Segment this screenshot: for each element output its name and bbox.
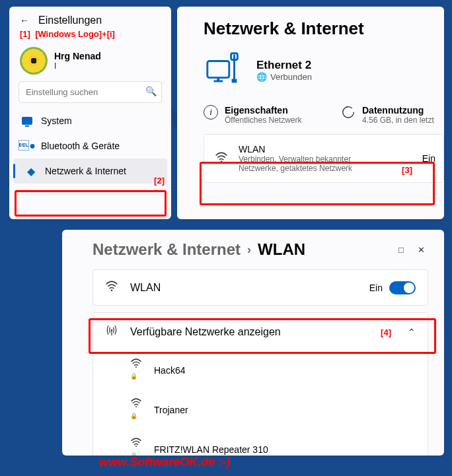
data-usage-label: Datennutzung <box>362 105 434 116</box>
annotation-1: [1] [Windows Logo]+[i] <box>9 29 171 43</box>
network-item[interactable]: 🔒 Trojaner <box>93 390 428 430</box>
wifi-secure-icon: 🔒 <box>130 358 142 382</box>
avatar <box>20 47 48 75</box>
wlan-toggle-card[interactable]: WLAN Ein <box>93 269 428 306</box>
breadcrumb: Netzwerk & Internet › WLAN <box>93 240 305 259</box>
maximize-button[interactable]: □ <box>394 245 408 255</box>
wifi-secure-icon: 🔒 <box>130 398 142 422</box>
properties-sub: Öffentliches Netzwerk <box>225 116 302 125</box>
wlan-toggle-label: Ein <box>422 153 435 164</box>
network-item[interactable]: 🔒 FRITZ!WLAN Repeater 310 <box>93 430 428 456</box>
svg-point-7 <box>221 160 223 162</box>
search-input[interactable] <box>19 81 162 103</box>
annotation-2: [2] <box>154 176 165 186</box>
globe-icon: 🌐 <box>256 72 267 82</box>
ethernet-status[interactable]: Ethernet 2 🌐Verbunden <box>204 50 444 100</box>
user-profile[interactable]: Hrg Nenad I <box>9 43 171 81</box>
footer-watermark: www.SoftwareOK.de :-) <box>99 456 230 469</box>
network-item[interactable]: 🔒 Hack64 <box>93 351 428 390</box>
sidebar-item-label: Netzwerk & Internet <box>45 166 126 176</box>
settings-sidebar: ← Einstellungen [1] [Windows Logo]+[i] H… <box>9 7 171 219</box>
user-sub: I <box>54 61 101 71</box>
available-networks-label: Verfügbare Netzwerke anzeigen <box>130 326 281 338</box>
svg-rect-0 <box>207 61 229 77</box>
data-usage-icon <box>341 105 356 119</box>
sidebar-item-bluetooth[interactable]: ● Bluetooth & Geräte <box>9 133 171 158</box>
annotation-box-2 <box>15 190 167 217</box>
antenna-icon <box>105 323 118 340</box>
chevron-up-icon: ⌃ <box>408 327 416 337</box>
wifi-icon <box>105 279 118 296</box>
available-networks-card: Verfügbare Netzwerke anzeigen ⌃ 🔒 Hack64… <box>93 312 428 456</box>
wifi-secure-icon: 🔒 <box>130 438 142 456</box>
sidebar-item-system[interactable]: System <box>9 108 171 133</box>
svg-rect-4 <box>232 79 237 83</box>
connection-status: Verbunden <box>270 72 312 82</box>
chevron-right-icon: › <box>247 243 251 257</box>
wlan-panel: Netzwerk & Internet › WLAN □ ✕ WLAN Ein … <box>62 230 444 456</box>
data-usage-sub: 4.56 GB, in den letzt <box>362 116 434 125</box>
wlan-card-title: WLAN <box>239 144 371 154</box>
sidebar-item-label: Bluetooth & Geräte <box>41 141 120 151</box>
svg-point-13 <box>135 446 137 447</box>
monitor-icon <box>21 115 33 127</box>
close-button[interactable]: ✕ <box>414 245 428 255</box>
svg-point-8 <box>111 289 113 291</box>
breadcrumb-parent[interactable]: Netzwerk & Internet <box>93 240 241 259</box>
wlan-card[interactable]: WLAN Verbinden, Verwalten bekannter Netz… <box>204 134 444 183</box>
bluetooth-icon: ● <box>21 140 33 152</box>
svg-point-11 <box>135 366 137 368</box>
network-name: FRITZ!WLAN Repeater 310 <box>154 444 268 455</box>
available-networks-header[interactable]: Verfügbare Netzwerke anzeigen ⌃ <box>93 313 428 351</box>
wifi-icon: ◆ <box>25 165 37 177</box>
sidebar-title: Einstellungen <box>38 15 102 26</box>
wlan-toggle[interactable] <box>389 281 416 294</box>
svg-rect-2 <box>217 78 219 81</box>
wlan-toggle-title: WLAN <box>130 282 161 294</box>
network-name: Trojaner <box>154 405 188 415</box>
toggle-state-label: Ein <box>369 283 383 293</box>
network-name: Hack64 <box>154 365 185 376</box>
search-icon: 🔍 <box>145 86 157 96</box>
network-main-panel: Netzwerk & Internet Ethernet 2 🌐Verbunde… <box>177 7 444 219</box>
data-usage-link[interactable]: Datennutzung 4.56 GB, in den letzt <box>341 105 434 125</box>
properties-link[interactable]: i Eigenschaften Öffentliches Netzwerk <box>204 105 336 125</box>
sidebar-item-network[interactable]: ◆ Netzwerk & Internet <box>13 158 167 184</box>
sidebar-item-label: System <box>41 116 72 126</box>
annotation-3: [3] <box>402 165 412 175</box>
properties-label: Eigenschaften <box>225 105 302 116</box>
svg-point-5 <box>343 107 354 118</box>
info-icon: i <box>204 105 218 119</box>
svg-point-12 <box>135 406 137 407</box>
svg-point-6 <box>341 105 355 119</box>
user-name: Hrg Nenad <box>54 51 101 61</box>
wlan-card-sub: Verbinden, Verwalten bekannter Netzwerke… <box>239 154 371 173</box>
wifi-icon <box>215 151 228 167</box>
back-icon[interactable]: ← <box>20 15 29 26</box>
breadcrumb-current: WLAN <box>258 240 305 259</box>
page-title: Netzwerk & Internet <box>204 18 444 50</box>
annotation-4: [4] <box>381 327 391 337</box>
ethernet-icon <box>204 50 245 90</box>
connection-name: Ethernet 2 <box>256 59 312 72</box>
